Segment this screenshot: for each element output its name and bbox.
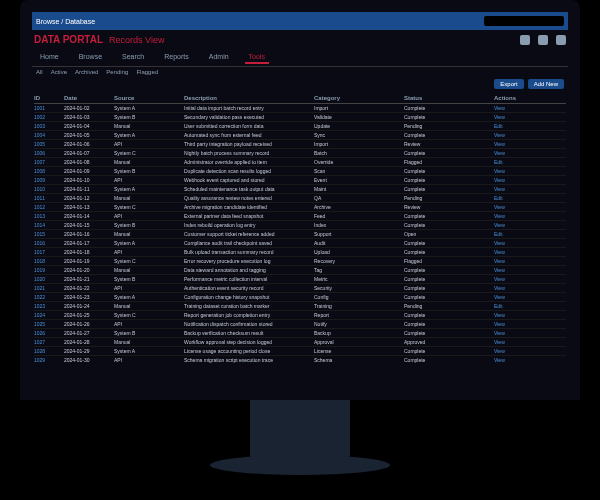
column-header[interactable]: Description [184, 95, 314, 101]
table-cell: 1013 [34, 213, 64, 219]
table-cell[interactable]: Edit [494, 123, 564, 129]
table-cell[interactable]: View [494, 267, 564, 273]
table-row[interactable]: 10212024-01-22APIAuthentication event se… [34, 284, 566, 293]
table-row[interactable]: 10102024-01-11System AScheduled maintena… [34, 185, 566, 194]
column-header[interactable]: Status [404, 95, 494, 101]
column-header[interactable]: Source [114, 95, 184, 101]
table-cell[interactable]: View [494, 141, 564, 147]
table-cell: 1005 [34, 141, 64, 147]
table-cell[interactable]: View [494, 150, 564, 156]
table-row[interactable]: 10122024-01-13System CArchive migration … [34, 203, 566, 212]
tab-tools[interactable]: Tools [245, 51, 269, 64]
table-row[interactable]: 10092024-01-10APIWebhook event captured … [34, 176, 566, 185]
table-cell[interactable]: View [494, 348, 564, 354]
table-row[interactable]: 10082024-01-09System BDuplicate detectio… [34, 167, 566, 176]
table-row[interactable]: 10182024-01-19System CError recovery pro… [34, 257, 566, 266]
table-cell[interactable]: View [494, 321, 564, 327]
table-cell[interactable]: View [494, 339, 564, 345]
brand-logo[interactable]: DATA PORTAL [34, 34, 103, 45]
table-cell: Training dataset curation batch marker [184, 303, 314, 309]
table-row[interactable]: 10272024-01-28ManualWorkflow approval st… [34, 338, 566, 347]
column-header[interactable]: Actions [494, 95, 564, 101]
table-cell[interactable]: View [494, 222, 564, 228]
filter-archived[interactable]: Archived [75, 69, 98, 75]
table-row[interactable]: 10132024-01-14APIExternal partner data f… [34, 212, 566, 221]
filter-flagged[interactable]: Flagged [136, 69, 158, 75]
table-cell[interactable]: View [494, 285, 564, 291]
tab-admin[interactable]: Admin [205, 51, 233, 64]
table-cell: 1002 [34, 114, 64, 120]
table-cell[interactable]: View [494, 249, 564, 255]
table-cell: Security [314, 285, 404, 291]
tab-home[interactable]: Home [36, 51, 63, 64]
table-cell[interactable]: View [494, 213, 564, 219]
table-row[interactable]: 10022024-01-03System BSecondary validati… [34, 113, 566, 122]
table-cell[interactable]: View [494, 330, 564, 336]
table-cell[interactable]: View [494, 105, 564, 111]
table-row[interactable]: 10072024-01-08ManualAdministrator overri… [34, 158, 566, 167]
tab-browse[interactable]: Browse [75, 51, 106, 64]
breadcrumb[interactable]: Browse / Database [36, 18, 95, 25]
table-row[interactable]: 10222024-01-23System AConfiguration chan… [34, 293, 566, 302]
table-cell[interactable]: View [494, 168, 564, 174]
column-header[interactable]: Category [314, 95, 404, 101]
table-cell[interactable]: View [494, 177, 564, 183]
filter-pending[interactable]: Pending [106, 69, 128, 75]
table-row[interactable]: 10242024-01-25System CReport generation … [34, 311, 566, 320]
help-icon[interactable] [556, 35, 566, 45]
table-cell: System B [114, 114, 184, 120]
export-button[interactable]: Export [494, 79, 523, 89]
table-cell[interactable]: View [494, 294, 564, 300]
table-cell[interactable]: View [494, 276, 564, 282]
table-cell: Backup [314, 330, 404, 336]
table-cell[interactable]: View [494, 240, 564, 246]
table-row[interactable]: 10192024-01-20ManualData steward annotat… [34, 266, 566, 275]
table-cell[interactable]: View [494, 312, 564, 318]
table-row[interactable]: 10152024-01-16ManualCustomer support tic… [34, 230, 566, 239]
settings-icon[interactable] [538, 35, 548, 45]
table-row[interactable]: 10012024-01-02System AInitial data impor… [34, 104, 566, 113]
table-cell[interactable]: Edit [494, 195, 564, 201]
tab-search[interactable]: Search [118, 51, 148, 64]
table-row[interactable]: 10142024-01-15System BIndex rebuild oper… [34, 221, 566, 230]
table-cell[interactable]: View [494, 357, 564, 363]
table-row[interactable]: 10032024-01-04ManualUser submitted corre… [34, 122, 566, 131]
tab-reports[interactable]: Reports [160, 51, 193, 64]
table-row[interactable]: 10252024-01-26APINotification dispatch c… [34, 320, 566, 329]
table-row[interactable]: 10062024-01-07System CNightly batch proc… [34, 149, 566, 158]
table-row[interactable]: 10042024-01-05System AAutomated sync fro… [34, 131, 566, 140]
table-cell: Pending [404, 123, 494, 129]
table-cell: 2024-01-09 [64, 168, 114, 174]
table-cell: Workflow approval step decision logged [184, 339, 314, 345]
table-cell[interactable]: View [494, 186, 564, 192]
table-cell: Complete [404, 168, 494, 174]
column-header[interactable]: ID [34, 95, 64, 101]
table-cell: 1014 [34, 222, 64, 228]
add-button[interactable]: Add New [528, 79, 564, 89]
table-row[interactable]: 10172024-01-18APIBulk upload transaction… [34, 248, 566, 257]
table-row[interactable]: 10112024-01-12ManualQuality assurance re… [34, 194, 566, 203]
table-row[interactable]: 10292024-01-30APISchema migration script… [34, 356, 566, 364]
table-row[interactable]: 10232024-01-24ManualTraining dataset cur… [34, 302, 566, 311]
table-cell[interactable]: Edit [494, 231, 564, 237]
table-row[interactable]: 10282024-01-29System ALicense usage acco… [34, 347, 566, 356]
user-icon[interactable] [520, 35, 530, 45]
search-input[interactable] [484, 16, 564, 26]
column-header[interactable]: Date [64, 95, 114, 101]
table-cell: 1020 [34, 276, 64, 282]
table-row[interactable]: 10262024-01-27System BBackup verificatio… [34, 329, 566, 338]
table-cell[interactable]: View [494, 114, 564, 120]
filter-active[interactable]: Active [51, 69, 67, 75]
table-row[interactable]: 10052024-01-06APIThird party integration… [34, 140, 566, 149]
table-cell[interactable]: View [494, 204, 564, 210]
table-row[interactable]: 10162024-01-17System ACompliance audit t… [34, 239, 566, 248]
filter-all[interactable]: All [36, 69, 43, 75]
table-cell[interactable]: View [494, 258, 564, 264]
table-cell: Notify [314, 321, 404, 327]
table-cell[interactable]: Edit [494, 159, 564, 165]
table-cell[interactable]: Edit [494, 303, 564, 309]
table-cell[interactable]: View [494, 132, 564, 138]
table-cell: System B [114, 276, 184, 282]
table-cell: Data steward annotation and tagging [184, 267, 314, 273]
table-row[interactable]: 10202024-01-21System BPerformance metric… [34, 275, 566, 284]
